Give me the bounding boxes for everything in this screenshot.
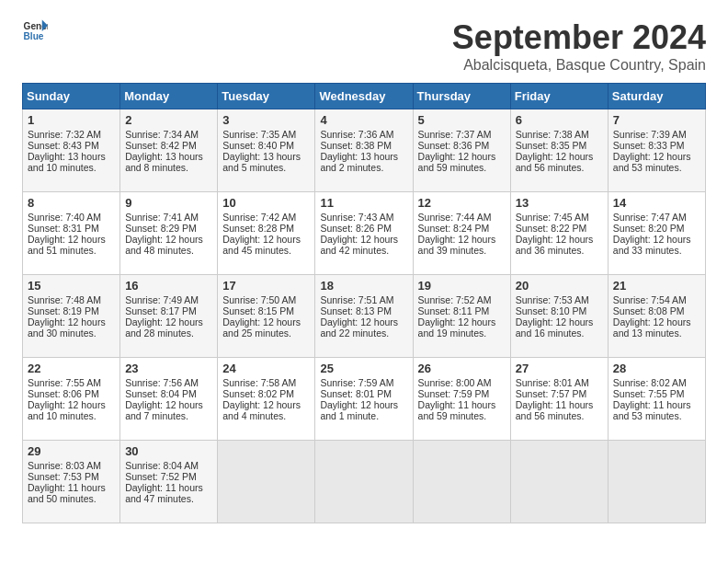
calendar-cell: 18Sunrise: 7:51 AMSunset: 8:13 PMDayligh… [315,275,413,358]
month-title: September 2024 [452,18,706,57]
calendar-cell: 24Sunrise: 7:58 AMSunset: 8:02 PMDayligh… [218,358,315,441]
cell-text: Sunset: 8:04 PM [125,388,212,399]
calendar-cell [315,441,413,523]
page-header: General Blue September 2024 Abalcisqueta… [22,18,706,74]
cell-text: Sunrise: 7:58 AM [222,377,310,388]
cell-text: Sunrise: 7:59 AM [320,377,407,388]
cell-text: and 45 minutes. [222,245,310,256]
cell-text: Sunset: 8:15 PM [222,305,310,316]
calendar-cell: 30Sunrise: 8:04 AMSunset: 7:52 PMDayligh… [120,441,218,523]
day-number: 17 [222,279,310,293]
cell-text: Sunset: 8:06 PM [28,388,115,399]
calendar-week-row: 1Sunrise: 7:32 AMSunset: 8:43 PMDaylight… [23,109,706,192]
calendar-cell: 11Sunrise: 7:43 AMSunset: 8:26 PMDayligh… [315,192,413,275]
calendar-week-row: 15Sunrise: 7:48 AMSunset: 8:19 PMDayligh… [23,275,706,358]
day-number: 2 [125,113,212,127]
weekday-header-wednesday: Wednesday [315,84,413,109]
weekday-header-row: SundayMondayTuesdayWednesdayThursdayFrid… [23,84,706,109]
cell-text: Sunset: 8:11 PM [418,305,506,316]
cell-text: and 53 minutes. [613,162,700,173]
weekday-header-thursday: Thursday [413,84,510,109]
cell-text: Sunset: 8:26 PM [320,223,407,234]
weekday-header-sunday: Sunday [23,84,120,109]
cell-text: and 48 minutes. [125,245,212,256]
cell-text: Sunset: 7:53 PM [28,471,115,482]
weekday-header-tuesday: Tuesday [218,84,315,109]
calendar-cell: 5Sunrise: 7:37 AMSunset: 8:36 PMDaylight… [413,109,510,192]
cell-text: Daylight: 12 hours [222,399,310,410]
cell-text: Daylight: 12 hours [516,234,603,245]
cell-text: Daylight: 11 hours [613,399,700,410]
cell-text: Sunset: 8:17 PM [125,305,212,316]
calendar-cell: 7Sunrise: 7:39 AMSunset: 8:33 PMDaylight… [608,109,705,192]
cell-text: Daylight: 12 hours [516,151,603,162]
cell-text: Sunset: 8:42 PM [125,140,212,151]
calendar-cell: 22Sunrise: 7:55 AMSunset: 8:06 PMDayligh… [23,358,120,441]
cell-text: Daylight: 12 hours [418,151,506,162]
day-number: 18 [320,279,407,293]
cell-text: Daylight: 12 hours [28,399,115,410]
cell-text: Sunrise: 7:51 AM [320,294,407,305]
calendar-week-row: 22Sunrise: 7:55 AMSunset: 8:06 PMDayligh… [23,358,706,441]
cell-text: Daylight: 12 hours [516,316,603,327]
cell-text: Sunrise: 7:50 AM [222,294,310,305]
cell-text: and 19 minutes. [418,327,506,339]
svg-text:Blue: Blue [24,31,44,41]
calendar-week-row: 29Sunrise: 8:03 AMSunset: 7:53 PMDayligh… [23,441,706,523]
cell-text: Sunrise: 8:03 AM [28,460,115,471]
cell-text: Sunrise: 7:41 AM [125,212,212,223]
cell-text: and 22 minutes. [320,327,407,339]
cell-text: Sunrise: 7:54 AM [613,294,700,305]
cell-text: Sunrise: 7:40 AM [28,212,115,223]
cell-text: Daylight: 13 hours [125,151,212,162]
cell-text: and 56 minutes. [516,162,603,173]
cell-text: and 50 minutes. [28,493,115,504]
calendar-cell: 20Sunrise: 7:53 AMSunset: 8:10 PMDayligh… [510,275,608,358]
cell-text: Daylight: 12 hours [222,316,310,327]
cell-text: Daylight: 12 hours [125,234,212,245]
day-number: 24 [222,362,310,375]
cell-text: Sunrise: 7:55 AM [28,377,115,388]
calendar-cell: 21Sunrise: 7:54 AMSunset: 8:08 PMDayligh… [608,275,705,358]
calendar-cell: 8Sunrise: 7:40 AMSunset: 8:31 PMDaylight… [23,192,120,275]
calendar-cell [413,441,510,523]
cell-text: Sunrise: 8:00 AM [418,377,506,388]
day-number: 29 [28,444,115,458]
cell-text: Sunset: 7:59 PM [418,388,506,399]
cell-text: Daylight: 12 hours [613,234,700,245]
cell-text: Sunset: 8:22 PM [516,223,603,234]
cell-text: Sunset: 8:13 PM [320,305,407,316]
cell-text: Sunrise: 7:48 AM [28,294,115,305]
cell-text: Sunrise: 8:01 AM [516,377,603,388]
day-number: 13 [516,196,603,210]
cell-text: Sunrise: 7:47 AM [613,212,700,223]
calendar-cell: 16Sunrise: 7:49 AMSunset: 8:17 PMDayligh… [120,275,218,358]
cell-text: and 5 minutes. [222,162,310,173]
cell-text: and 4 minutes. [222,410,310,421]
cell-text: and 30 minutes. [28,327,115,339]
cell-text: Sunset: 8:29 PM [125,223,212,234]
cell-text: Sunset: 8:24 PM [418,223,506,234]
cell-text: Sunset: 8:01 PM [320,388,407,399]
day-number: 30 [125,444,212,458]
weekday-header-saturday: Saturday [608,84,705,109]
calendar-cell: 14Sunrise: 7:47 AMSunset: 8:20 PMDayligh… [608,192,705,275]
calendar-cell: 4Sunrise: 7:36 AMSunset: 8:38 PMDaylight… [315,109,413,192]
cell-text: Daylight: 11 hours [418,399,506,410]
cell-text: Daylight: 12 hours [418,316,506,327]
cell-text: Sunset: 8:31 PM [28,223,115,234]
day-number: 27 [516,362,603,375]
title-area: September 2024 Abalcisqueta, Basque Coun… [452,18,706,74]
cell-text: Daylight: 12 hours [418,234,506,245]
cell-text: and 36 minutes. [516,245,603,256]
day-number: 7 [613,113,700,127]
calendar-week-row: 8Sunrise: 7:40 AMSunset: 8:31 PMDaylight… [23,192,706,275]
calendar-cell: 6Sunrise: 7:38 AMSunset: 8:35 PMDaylight… [510,109,608,192]
calendar-cell: 27Sunrise: 8:01 AMSunset: 7:57 PMDayligh… [510,358,608,441]
cell-text: and 7 minutes. [125,410,212,421]
cell-text: Sunset: 7:55 PM [613,388,700,399]
cell-text: and 13 minutes. [613,327,700,339]
cell-text: Sunrise: 8:04 AM [125,460,212,471]
day-number: 28 [613,362,700,375]
cell-text: and 10 minutes. [28,410,115,421]
